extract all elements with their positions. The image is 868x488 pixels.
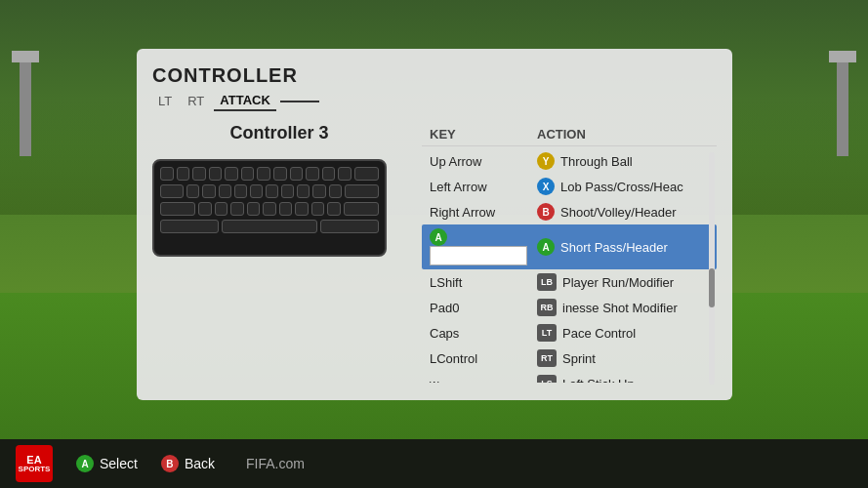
action-label: Short Pass/Header: [560, 240, 668, 255]
row-key: Up Arrow: [430, 154, 537, 169]
key: [215, 202, 227, 216]
key: [160, 220, 219, 233]
tabs-container: LT RT ATTACK: [152, 91, 717, 111]
light-left: [20, 59, 31, 156]
key: [192, 167, 206, 181]
badge-lt: LT: [537, 324, 557, 342]
table-rows: Up Arrow Y Through Ball Left Arrow X Lob…: [422, 148, 717, 383]
tab-lt[interactable]: LT: [152, 92, 178, 110]
key-input[interactable]: [430, 246, 527, 265]
bottom-action-select: A Select: [76, 455, 138, 472]
key: [311, 202, 324, 216]
table-row[interactable]: Up Arrow Y Through Ball: [422, 148, 717, 174]
action-label: inesse Shot Modifier: [562, 301, 678, 315]
badge-lb: LB: [537, 273, 557, 291]
key: [202, 184, 215, 198]
table-row[interactable]: LShift LB Player Run/Modifier: [422, 269, 717, 295]
key: [329, 184, 342, 198]
key: [186, 184, 199, 198]
tab-attack[interactable]: ATTACK: [214, 91, 276, 111]
row-action: A Short Pass/Header: [537, 238, 709, 256]
back-label: Back: [185, 456, 215, 471]
table-row[interactable]: Caps LT Pace Control: [422, 320, 717, 346]
table-row[interactable]: Pad0 RB inesse Shot Modifier: [422, 295, 717, 320]
key: [219, 184, 231, 198]
keyboard-image: [152, 159, 387, 257]
row-action: LS Left Stick Up: [537, 375, 709, 383]
content-area: Controller 3: [152, 123, 717, 385]
badge-b: B: [537, 203, 555, 221]
action-label: Lob Pass/Cross/Heac: [560, 180, 683, 194]
badge-a: A: [537, 238, 555, 256]
action-label: Player Run/Modifier: [562, 275, 674, 290]
key: [295, 202, 308, 216]
key: [281, 184, 294, 198]
key: [263, 202, 275, 216]
row-key: Caps: [430, 326, 537, 341]
action-label: Through Ball: [560, 154, 633, 169]
table-row-selected[interactable]: A A Short Pass/Header: [422, 224, 717, 269]
bottom-action-back: B Back: [161, 455, 215, 472]
key: [230, 202, 243, 216]
key: [338, 167, 351, 181]
row-key: LControl: [430, 351, 537, 366]
controller-name: Controller 3: [152, 123, 406, 143]
table-row[interactable]: Left Arrow X Lob Pass/Cross/Heac: [422, 174, 717, 199]
table-row[interactable]: Right Arrow B Shoot/Volley/Header: [422, 199, 717, 224]
row-key: A: [430, 228, 537, 265]
key: [234, 184, 247, 198]
key: [322, 167, 336, 181]
badge-rt: RT: [537, 349, 557, 367]
key-row-1: [160, 167, 379, 181]
key: [354, 167, 379, 181]
table-row[interactable]: LControl RT Sprint: [422, 346, 717, 371]
light-right: [837, 59, 848, 156]
key: [177, 167, 190, 181]
key: [225, 167, 238, 181]
scroll-thumb[interactable]: [709, 268, 715, 307]
badge-rb: RB: [537, 299, 557, 316]
ea-logo: EA SPORTS: [16, 445, 53, 482]
badge-b-bottom: B: [161, 455, 179, 472]
row-key: w: [430, 377, 537, 384]
badge-y: Y: [537, 152, 555, 170]
tab-underline: [280, 101, 319, 102]
row-action: Y Through Ball: [537, 152, 709, 170]
key: [209, 167, 223, 181]
action-label: Pace Control: [562, 326, 636, 341]
badge-ls: LS: [537, 375, 557, 383]
col-header-action: ACTION: [537, 127, 709, 142]
sports-text: SPORTS: [19, 466, 51, 474]
row-action: X Lob Pass/Cross/Heac: [537, 178, 709, 195]
badge-x: X: [537, 178, 555, 195]
ea-text: EA: [26, 454, 41, 466]
fifa-brand: FIFA.com: [246, 456, 305, 471]
row-action: LT Pace Control: [537, 324, 709, 342]
action-label: Left Stick Up: [562, 377, 635, 384]
row-action: B Shoot/Volley/Header: [537, 203, 709, 221]
row-key: Pad0: [430, 301, 537, 315]
key: [160, 184, 184, 198]
key: [344, 202, 379, 216]
controller-panel: CONTROLLER LT RT ATTACK Controller 3: [137, 49, 732, 400]
key: [222, 220, 317, 233]
key-action-table: KEY ACTION Up Arrow Y Through Ball Left …: [422, 123, 717, 385]
key: [312, 184, 325, 198]
key: [327, 202, 340, 216]
action-label: Sprint: [562, 351, 596, 366]
key-row-3: [160, 202, 379, 216]
key: [257, 167, 270, 181]
table-header: KEY ACTION: [422, 123, 717, 146]
col-header-key: KEY: [430, 127, 537, 142]
tab-rt[interactable]: RT: [182, 92, 210, 110]
key: [345, 184, 379, 198]
badge-a-bottom: A: [76, 455, 94, 472]
row-action: LB Player Run/Modifier: [537, 273, 709, 291]
scrollbar[interactable]: [709, 152, 715, 385]
action-label: Shoot/Volley/Header: [560, 205, 677, 220]
key: [198, 202, 211, 216]
key: [247, 202, 260, 216]
row-action: RB inesse Shot Modifier: [537, 299, 709, 316]
table-row[interactable]: w LS Left Stick Up: [422, 371, 717, 383]
row-key: Right Arrow: [430, 205, 537, 220]
